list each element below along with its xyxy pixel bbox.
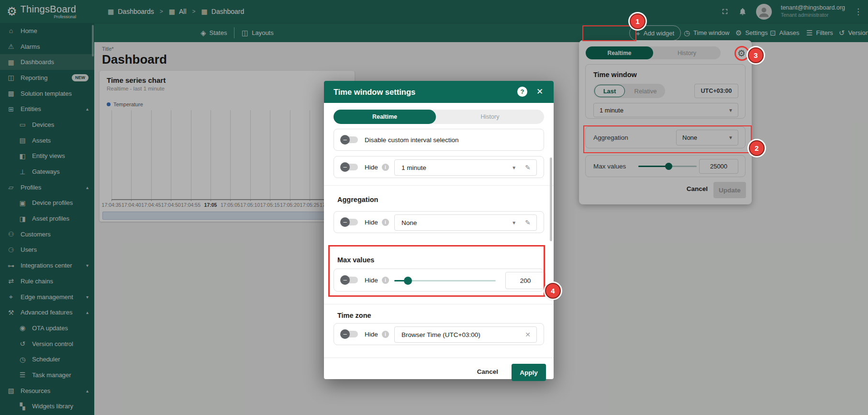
aggregation-heading: Aggregation [337, 196, 378, 203]
time-zone-heading: Time zone [337, 312, 371, 319]
thingsboard-app: ⚙ ThingsBoard Professional ▦ Dashboards … [0, 0, 868, 415]
disable-custom-interval-label: Disable custom interval selection [365, 129, 459, 150]
hide-label: Hide [365, 324, 378, 345]
dialog-header: Time window settings ? ✕ [324, 81, 554, 103]
hide-aggregation-toggle[interactable]: – [342, 219, 358, 225]
dialog-title: Time window settings [334, 88, 415, 97]
help-icon[interactable]: ? [517, 87, 527, 97]
interval-row: – Hide i 1 minute ▼ ✎ [334, 156, 544, 178]
annotation-step-4: 4 [545, 283, 561, 299]
dialog-apply-button[interactable]: Apply [512, 364, 546, 381]
disable-custom-interval-toggle[interactable]: – [342, 136, 358, 143]
annotation-step-3: 3 [748, 47, 764, 63]
chevron-down-icon: ▼ [512, 165, 516, 170]
annotation-rect-time-window [582, 25, 636, 41]
time-window-settings-dialog: Time window settings ? ✕ Realtime Histor… [324, 81, 554, 379]
interval-value: 1 minute [401, 164, 426, 171]
annotation-step-2: 2 [749, 140, 765, 156]
info-icon: i [382, 219, 389, 226]
dialog-cancel-button[interactable]: Cancel [477, 368, 498, 375]
hide-label: Hide [365, 157, 378, 178]
tab-realtime[interactable]: Realtime [334, 110, 436, 124]
dialog-tabs: Realtime History [334, 110, 544, 124]
footer-divider [324, 358, 554, 358]
hide-interval-toggle[interactable]: – [342, 164, 358, 170]
aggregation-value: None [401, 219, 417, 226]
section-divider [324, 185, 554, 186]
edit-pencil-icon[interactable]: ✎ [525, 219, 531, 226]
tab-history[interactable]: History [436, 110, 544, 124]
time-zone-row: – Hide i Browser Time (UTC+03:00) ✕ [334, 323, 544, 345]
info-icon: i [382, 164, 389, 171]
time-zone-value: Browser Time (UTC+03:00) [401, 331, 480, 338]
aggregation-select[interactable]: None ▼ ✎ [394, 214, 537, 231]
edit-pencil-icon[interactable]: ✎ [525, 164, 531, 171]
annotation-rect-aggregation [583, 125, 752, 153]
disable-custom-interval-row: – Disable custom interval selection [334, 129, 544, 151]
hide-label: Hide [365, 212, 378, 233]
section-divider [324, 304, 554, 304]
annotation-rect-max-values [328, 245, 545, 297]
interval-select[interactable]: 1 minute ▼ ✎ [394, 159, 537, 176]
time-zone-input[interactable]: Browser Time (UTC+03:00) ✕ [394, 326, 537, 343]
dialog-scrollbar[interactable] [550, 157, 552, 241]
annotation-ring-gear [734, 46, 749, 61]
clear-icon[interactable]: ✕ [525, 331, 531, 338]
aggregation-row: – Hide i None ▼ ✎ [334, 211, 544, 233]
close-icon[interactable]: ✕ [536, 87, 543, 97]
chevron-down-icon: ▼ [512, 220, 516, 225]
hide-time-zone-toggle[interactable]: – [342, 331, 358, 337]
info-icon: i [382, 331, 389, 338]
annotation-step-1: 1 [630, 13, 645, 29]
